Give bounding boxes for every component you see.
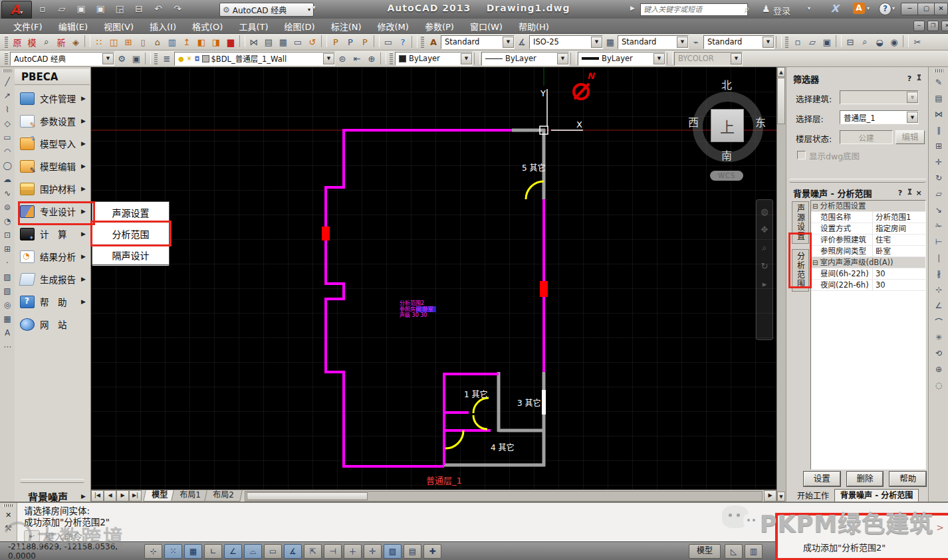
pkpm-original-icon[interactable]: 原 [10,35,25,48]
ellipse-arc-icon[interactable]: ◔ [1,214,14,228]
toolbar-grip[interactable] [154,52,158,64]
property-value[interactable]: 卧室 [873,246,891,256]
toolbar-icon[interactable] [836,35,842,47]
osnap-icon[interactable]: ⌓ [244,544,262,559]
move-icon[interactable]: ✛ [932,154,945,170]
pbeca-menu-item[interactable]: 文件管理 ▶ [15,87,90,110]
erase-icon[interactable]: ✎ [932,74,945,90]
wcs-button[interactable]: WCS [710,171,743,181]
table-style-combo[interactable]: Standard▼ [618,35,689,49]
screen-icon[interactable]: ▭ [291,35,305,48]
chevron-down-icon[interactable]: ▼ [653,53,665,64]
window-icon[interactable]: ⊞ [121,35,136,48]
a360-dropdown-icon[interactable]: ▾ [867,5,870,11]
roof-icon[interactable]: ⌂ [150,35,165,48]
mirror-icon[interactable]: ⋈ [247,35,261,48]
toolbar-icon[interactable] [84,35,90,47]
hyperlink-icon[interactable]: ◉ [887,35,901,48]
revcloud-icon[interactable]: ☁ [1,172,14,186]
mtext-icon[interactable]: A [1,326,14,339]
save-file-icon[interactable]: ▣ [820,35,834,48]
viewcube[interactable]: 上 [711,109,744,142]
ortho-icon[interactable]: ∟ [204,544,222,559]
menu-item[interactable]: 帮助(H) [511,19,557,34]
scrollbar-thumb[interactable] [777,78,785,124]
plot-icon[interactable]: ◲ [113,3,126,14]
help-dropdown-icon[interactable]: ▾ [892,5,895,11]
chevron-down-icon[interactable]: ▼ [102,53,114,64]
offset-icon[interactable]: ∥ [932,122,945,138]
layout-tab[interactable]: 布局1 [171,490,209,502]
pbeca-menu-item[interactable]: 围护材料 ▶ [15,177,90,200]
lwt-icon[interactable]: ⊣ [324,544,342,559]
scrollbar-thumb[interactable] [247,492,368,500]
close-button[interactable]: ✕ [934,3,948,15]
quickview-layouts-icon[interactable]: ▥ [745,544,763,559]
autodesk360-icon[interactable]: A [853,3,865,14]
scale-icon[interactable]: ▱ [932,186,945,202]
arc-icon[interactable]: ◠ [1,144,14,158]
menu-item[interactable]: 编辑(E) [51,19,96,34]
signin-dropdown-icon[interactable]: ▾ [808,5,810,11]
door-frame-icon[interactable]: ◧ [194,35,209,48]
paste-icon[interactable]: ▦ [276,35,291,48]
compass-east-label[interactable]: 东 [755,114,766,130]
create-block-icon[interactable]: ⊞ [1,242,14,256]
layer-combo[interactable]: ● ☀ ◘ $BDL_普通层_1_Wall ▼ [174,52,335,66]
chevron-down-icon[interactable]: ▼ [763,37,774,48]
window-frame-icon[interactable]: ◨ [209,35,223,48]
help-search-input[interactable] [640,3,748,16]
property-value[interactable]: 30 [873,268,886,279]
property-row[interactable]: 评价参照建筑 住宅 [811,234,925,246]
rectangle-icon[interactable]: ▭ [1,130,14,144]
undo-orange-icon[interactable]: ↺ [305,35,320,48]
lamp-icon[interactable]: ↥ [179,35,194,48]
column-icon[interactable]: ▯ [136,35,150,48]
layout-tab[interactable]: 布局2 [204,490,242,502]
toolbar-grip[interactable] [5,52,8,64]
pkpm-new-icon[interactable]: 新 [54,35,68,48]
pbeca-menu-item[interactable]: 网 站 ▶ [15,313,90,335]
menu-item[interactable]: 修改(M) [370,19,417,34]
panel-button[interactable]: 帮助 [889,472,926,486]
point-icon[interactable]: · [1,256,14,270]
property-row[interactable]: 参照房间类型 卧室 [811,246,925,257]
new-file-icon[interactable]: ▫ [790,35,805,48]
menu-item[interactable]: 参数(P) [417,19,462,34]
pbeca-menu-item[interactable]: 计 算 ▶ [15,223,90,245]
minimize-button[interactable]: ─ [901,3,919,15]
zoom-icon[interactable]: ⌕ [762,242,767,253]
panel-pin-icon[interactable] [905,189,914,198]
panel-close-icon[interactable]: × [914,189,923,197]
menu-item[interactable]: 绘图(D) [277,19,323,34]
folder-p2-icon[interactable]: P [358,35,372,48]
snap-icon[interactable]: ⁙ [164,544,182,559]
new-file-icon[interactable]: ▫ [36,3,49,14]
array-icon[interactable]: ⊞ [932,138,945,154]
copy-icon[interactable]: ▤ [932,90,945,106]
toolbar-icon[interactable] [374,35,380,47]
doc-minimize-button[interactable]: ─ [913,21,925,31]
compass-south-label[interactable]: 南 [721,147,732,163]
chevron-down-icon[interactable]: ▼ [907,92,918,103]
drag-handle[interactable] [3,504,14,507]
panel-help-icon[interactable]: ? [905,74,914,83]
bottom-tab[interactable]: 背景噪声 - 分析范围 [834,489,919,502]
curtain-wall-icon[interactable]: ▥ [165,35,179,48]
annoscale-icon[interactable]: ✚ [423,544,441,559]
line-icon[interactable]: ╱ [1,74,14,88]
redo-icon[interactable]: ↷ [171,3,184,14]
save-as-icon[interactable]: ▣ [94,3,107,14]
prev-tab-button[interactable]: ◀ [104,490,116,502]
cut-icon[interactable]: ✂ [910,35,925,48]
close-icon[interactable]: ✕ [5,511,11,519]
spline-icon[interactable]: ∿ [1,186,14,200]
application-menu-button[interactable]: A▾ [1,1,32,19]
view-box-icon[interactable]: ◈ [68,35,83,48]
steering-wheel-icon[interactable]: ◍ [761,207,768,217]
first-tab-button[interactable]: |◀ [91,490,104,502]
scroll-right-button[interactable]: ▶ [764,490,776,502]
infer-constraints-icon[interactable]: ⊹ [144,544,162,559]
mleader-style-combo[interactable]: Standard▼ [703,35,774,49]
print-icon[interactable]: ⊟ [843,35,858,48]
